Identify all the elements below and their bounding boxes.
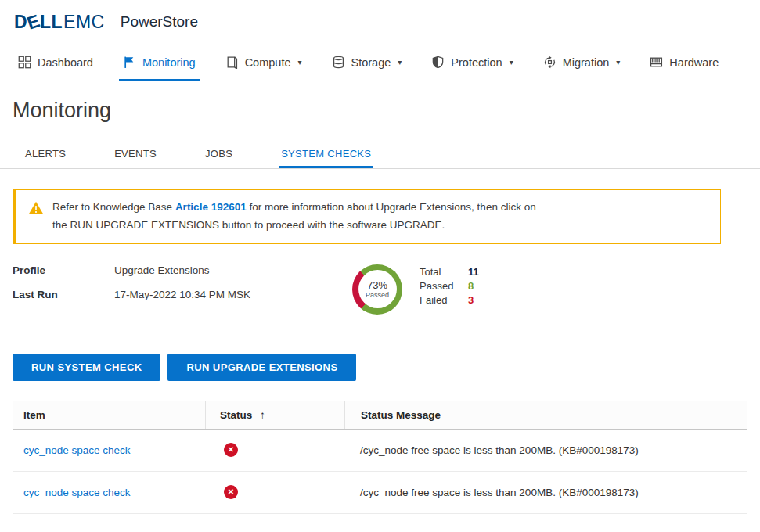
chevron-down-icon: ▾ — [616, 58, 620, 66]
banner-text-post: for more information about Upgrade Exten… — [249, 201, 535, 213]
column-header-status[interactable]: Status ↑ — [205, 401, 344, 429]
warning-triangle-icon — [28, 200, 44, 219]
profile-row: Profile Upgrade Extensions — [13, 264, 352, 276]
nav-label: Migration — [563, 56, 610, 69]
stat-failed: Failed 3 — [420, 294, 479, 306]
action-buttons: RUN SYSTEM CHECK RUN UPGRADE EXTENSIONS — [13, 354, 747, 381]
nav-storage[interactable]: Storage ▾ — [317, 44, 417, 81]
status-message-cell: /cyc_node free space is less than 200MB.… — [344, 487, 747, 498]
banner-text-pre: Refer to Knowledge Base — [52, 201, 172, 213]
nav-label: Hardware — [669, 56, 719, 69]
kb-article-link[interactable]: Article 192601 — [175, 201, 247, 213]
shield-icon — [431, 56, 445, 69]
table-header-row: Item Status ↑ Status Message — [13, 401, 747, 430]
main-nav: Dashboard Monitoring Compute ▾ Storage ▾ — [0, 44, 760, 81]
stat-total: Total 11 — [420, 266, 479, 278]
nav-label: Storage — [351, 56, 391, 69]
column-header-status-message[interactable]: Status Message — [344, 401, 747, 429]
warning-banner: Refer to Knowledge Base Article 192601 f… — [13, 189, 721, 244]
table-row[interactable]: cyc_node space check ✕ /cyc_node free sp… — [13, 472, 747, 514]
nav-label: Compute — [245, 56, 291, 69]
tab-events[interactable]: EVENTS — [113, 141, 158, 168]
page-title: Monitoring — [13, 97, 760, 124]
flag-icon — [123, 56, 136, 69]
check-stats: Total 11 Passed 8 Failed 3 — [420, 264, 479, 306]
stat-value: 8 — [468, 280, 474, 292]
system-check-summary: Profile Upgrade Extensions Last Run 17-M… — [13, 264, 747, 315]
sort-ascending-icon: ↑ — [260, 409, 265, 421]
status-message-cell: /cyc_node free space is less than 200MB.… — [344, 444, 747, 456]
status-cell: ✕ — [205, 485, 344, 499]
main-content: Monitoring ALERTS EVENTS JOBS SYSTEM CHE… — [0, 97, 760, 514]
item-cell: cyc_node space check — [13, 444, 205, 456]
last-run-row: Last Run 17-May-2022 10:34 PM MSK — [13, 289, 352, 300]
compute-icon — [225, 56, 239, 69]
nav-dashboard[interactable]: Dashboard — [3, 44, 108, 81]
item-cell: cyc_node space check — [13, 487, 205, 498]
stat-passed: Passed 8 — [420, 280, 479, 292]
nav-migration[interactable]: Migration ▾ — [528, 44, 636, 81]
table-row[interactable]: cyc_node space check ✕ /cyc_node free sp… — [13, 430, 747, 472]
chevron-down-icon: ▾ — [398, 58, 402, 66]
system-checks-table: Item Status ↑ Status Message cyc_node sp… — [13, 401, 747, 514]
tab-system-checks[interactable]: SYSTEM CHECKS — [279, 141, 373, 168]
donut-passed-label: Passed — [366, 291, 389, 299]
logo-letter: LL — [40, 12, 63, 33]
nav-hardware[interactable]: Hardware — [635, 44, 733, 81]
item-link[interactable]: cyc_node space check — [23, 444, 131, 456]
app-header: DELLEMC PowerStore — [0, 0, 760, 44]
chevron-down-icon: ▾ — [297, 58, 301, 66]
failed-status-icon: ✕ — [224, 485, 238, 499]
donut-chart: 73% Passed — [352, 264, 402, 315]
tab-jobs[interactable]: JOBS — [204, 141, 234, 168]
stat-value: 11 — [468, 266, 479, 278]
tab-alerts[interactable]: ALERTS — [23, 141, 67, 168]
run-upgrade-extensions-button[interactable]: RUN UPGRADE EXTENSIONS — [167, 354, 356, 381]
failed-status-icon: ✕ — [224, 443, 238, 457]
tab-bar: ALERTS EVENTS JOBS SYSTEM CHECKS — [0, 141, 760, 169]
stat-label: Passed — [420, 280, 468, 292]
storage-icon — [332, 56, 345, 69]
migration-arrows-icon — [543, 56, 556, 69]
logo-emc: EMC — [63, 12, 105, 33]
column-header-item[interactable]: Item — [13, 401, 205, 429]
dashboard-icon — [18, 56, 31, 69]
donut-percent-label: 73% — [367, 279, 387, 291]
profile-label: Profile — [13, 264, 114, 276]
status-cell: ✕ — [205, 443, 344, 457]
app-window: DELLEMC PowerStore Dashboard Monitoring … — [0, 0, 760, 514]
product-name: PowerStore — [121, 13, 198, 31]
chevron-down-icon: ▾ — [510, 58, 513, 66]
nav-label: Protection — [451, 56, 502, 69]
profile-value: Upgrade Extensions — [114, 264, 210, 276]
hardware-icon — [650, 56, 663, 69]
column-header-status-label: Status — [220, 409, 252, 421]
header-divider — [214, 12, 214, 32]
nav-label: Monitoring — [142, 56, 196, 69]
stat-label: Failed — [420, 294, 468, 306]
dell-emc-logo: DELLEMC — [14, 12, 105, 33]
profile-info: Profile Upgrade Extensions Last Run 17-M… — [13, 264, 352, 313]
last-run-value: 17-May-2022 10:34 PM MSK — [114, 289, 250, 300]
nav-monitoring[interactable]: Monitoring — [108, 44, 211, 81]
item-link[interactable]: cyc_node space check — [23, 487, 131, 498]
banner-text-line2: the RUN UPGRADE EXTENSIONS button to pro… — [52, 219, 445, 231]
donut-center: 73% Passed — [358, 270, 397, 308]
stat-label: Total — [420, 266, 468, 278]
banner-text: Refer to Knowledge Base Article 192601 f… — [52, 199, 536, 235]
nav-label: Dashboard — [38, 56, 93, 69]
nav-compute[interactable]: Compute ▾ — [211, 44, 317, 81]
nav-protection[interactable]: Protection ▾ — [416, 44, 528, 81]
run-system-check-button[interactable]: RUN SYSTEM CHECK — [13, 354, 160, 381]
last-run-label: Last Run — [13, 289, 114, 300]
stat-value: 3 — [468, 294, 474, 306]
